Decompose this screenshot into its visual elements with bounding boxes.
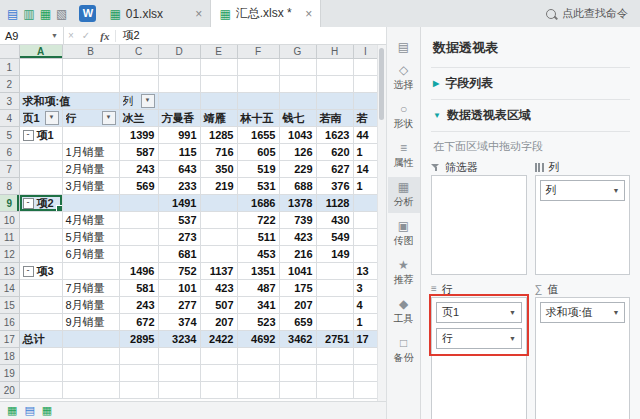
cell-E1[interactable] bbox=[200, 59, 237, 76]
cell-C11[interactable] bbox=[119, 229, 158, 246]
cell-B9[interactable] bbox=[62, 195, 119, 212]
row-header-6[interactable]: 6 bbox=[0, 144, 19, 161]
row-header-4[interactable]: 4 bbox=[0, 110, 19, 127]
cell-I10[interactable] bbox=[353, 212, 378, 229]
row-header-19[interactable]: 19 bbox=[0, 365, 19, 382]
cell-I7[interactable]: 14 bbox=[353, 161, 378, 178]
row-header-18[interactable]: 18 bbox=[0, 348, 19, 365]
cell-I2[interactable] bbox=[353, 76, 378, 93]
cell-I8[interactable]: 1 bbox=[353, 178, 378, 195]
row-header-3[interactable]: 3 bbox=[0, 93, 19, 110]
cell-I12[interactable] bbox=[353, 246, 378, 263]
cell-F17[interactable]: 4692 bbox=[237, 331, 279, 348]
area-box-values[interactable]: 求和项:值▼ bbox=[535, 297, 631, 419]
cell-G1[interactable] bbox=[279, 59, 316, 76]
cell-E7[interactable]: 350 bbox=[200, 161, 237, 178]
scrollbar-thumb[interactable] bbox=[379, 48, 384, 120]
cell-F6[interactable]: 605 bbox=[237, 144, 279, 161]
cell-F14[interactable]: 487 bbox=[237, 280, 279, 297]
cell-G6[interactable]: 126 bbox=[279, 144, 316, 161]
cell-G14[interactable]: 175 bbox=[279, 280, 316, 297]
cell-B18[interactable] bbox=[62, 348, 119, 365]
cell-E4[interactable]: 靖雁 bbox=[200, 110, 237, 127]
cell-A9[interactable]: -项2 bbox=[19, 195, 62, 212]
cell-H9[interactable]: 1128 bbox=[316, 195, 353, 212]
toolbar-item-backup[interactable]: □备份 bbox=[388, 333, 420, 369]
cell-F7[interactable]: 519 bbox=[237, 161, 279, 178]
cell-F11[interactable]: 511 bbox=[237, 229, 279, 246]
cell-F9[interactable]: 1686 bbox=[237, 195, 279, 212]
cell-E20[interactable] bbox=[200, 382, 237, 399]
cell-G12[interactable]: 216 bbox=[279, 246, 316, 263]
cell-F10[interactable]: 722 bbox=[237, 212, 279, 229]
cell-H2[interactable] bbox=[316, 76, 353, 93]
cell-D14[interactable]: 101 bbox=[158, 280, 200, 297]
cell-H3[interactable] bbox=[316, 93, 353, 110]
cell-F15[interactable]: 341 bbox=[237, 297, 279, 314]
cancel-entry-icon[interactable]: × bbox=[64, 30, 78, 41]
document-tab[interactable]: ▦汇总.xlsx *× bbox=[211, 0, 321, 27]
cell-I3[interactable] bbox=[353, 93, 378, 110]
cell-G20[interactable] bbox=[279, 382, 316, 399]
cell-H14[interactable] bbox=[316, 280, 353, 297]
field-chip[interactable]: 页1▼ bbox=[436, 302, 522, 323]
cell-F18[interactable] bbox=[237, 348, 279, 365]
collapse-minus-icon[interactable]: - bbox=[23, 130, 34, 141]
row-header-20[interactable]: 20 bbox=[0, 382, 19, 399]
cell-I6[interactable]: 1 bbox=[353, 144, 378, 161]
cell-C7[interactable]: 243 bbox=[119, 161, 158, 178]
cell-G13[interactable]: 1041 bbox=[279, 263, 316, 280]
cell-C14[interactable]: 581 bbox=[119, 280, 158, 297]
cell-G16[interactable]: 659 bbox=[279, 314, 316, 331]
cell-I1[interactable] bbox=[353, 59, 378, 76]
toolbar-item-pane[interactable]: ▤ bbox=[388, 37, 420, 57]
row-header-15[interactable]: 15 bbox=[0, 297, 19, 314]
column-header-F[interactable]: F bbox=[237, 45, 279, 59]
cell-B6[interactable]: 1月销量 bbox=[62, 144, 119, 161]
cell-E11[interactable] bbox=[200, 229, 237, 246]
cell-H18[interactable] bbox=[316, 348, 353, 365]
cell-E18[interactable] bbox=[200, 348, 237, 365]
cell-H8[interactable]: 376 bbox=[316, 178, 353, 195]
cell-D9[interactable]: 1491 bbox=[158, 195, 200, 212]
vertical-scrollbar[interactable] bbox=[377, 45, 386, 401]
cell-B2[interactable] bbox=[62, 76, 119, 93]
row-header-5[interactable]: 5 bbox=[0, 127, 19, 144]
cell-A3[interactable]: 求和项:值 bbox=[19, 93, 62, 110]
print-icon[interactable]: ▧ bbox=[56, 8, 67, 20]
cell-C4[interactable]: 冰兰 bbox=[119, 110, 158, 127]
chevron-down-icon[interactable]: ▼ bbox=[505, 335, 521, 342]
cell-B7[interactable]: 2月销量 bbox=[62, 161, 119, 178]
cell-A19[interactable] bbox=[19, 365, 62, 382]
row-header-10[interactable]: 10 bbox=[0, 212, 19, 229]
cell-D20[interactable] bbox=[158, 382, 200, 399]
filter-dropdown-icon[interactable]: ▼ bbox=[141, 94, 155, 108]
cell-G7[interactable]: 229 bbox=[279, 161, 316, 178]
cell-H7[interactable]: 627 bbox=[316, 161, 353, 178]
cell-F16[interactable]: 523 bbox=[237, 314, 279, 331]
cell-D7[interactable]: 643 bbox=[158, 161, 200, 178]
cell-D5[interactable]: 991 bbox=[158, 127, 200, 144]
cell-A18[interactable] bbox=[19, 348, 62, 365]
chevron-down-icon[interactable]: ▼ bbox=[505, 309, 521, 316]
cell-I19[interactable] bbox=[353, 365, 378, 382]
cell-D4[interactable]: 方曼香 bbox=[158, 110, 200, 127]
cell-F2[interactable] bbox=[237, 76, 279, 93]
column-header-B[interactable]: B bbox=[62, 45, 119, 59]
cell-G10[interactable]: 739 bbox=[279, 212, 316, 229]
toolbar-item-properties[interactable]: ≡属性 bbox=[388, 138, 420, 174]
cell-A1[interactable] bbox=[19, 59, 62, 76]
cell-D8[interactable]: 233 bbox=[158, 178, 200, 195]
cell-G18[interactable] bbox=[279, 348, 316, 365]
cell-D6[interactable]: 115 bbox=[158, 144, 200, 161]
cell-H10[interactable]: 430 bbox=[316, 212, 353, 229]
cell-B3[interactable] bbox=[62, 93, 119, 110]
filter-dropdown-icon[interactable]: ▼ bbox=[45, 111, 59, 125]
cell-C15[interactable]: 243 bbox=[119, 297, 158, 314]
save-icon[interactable]: ▥ bbox=[23, 8, 34, 20]
area-box-columns[interactable]: 列▼ bbox=[535, 175, 631, 275]
cell-B19[interactable] bbox=[62, 365, 119, 382]
row-header-9[interactable]: 9 bbox=[0, 195, 19, 212]
cell-F4[interactable]: 林十五 bbox=[237, 110, 279, 127]
cell-I11[interactable] bbox=[353, 229, 378, 246]
